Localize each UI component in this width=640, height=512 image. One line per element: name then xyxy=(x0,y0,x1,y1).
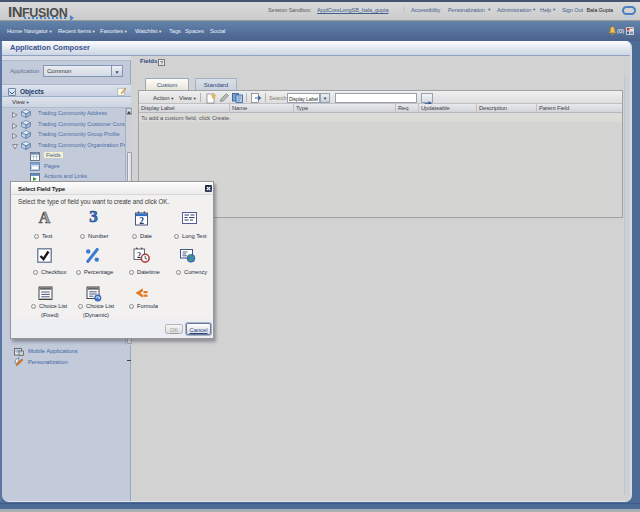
svg-text:2: 2 xyxy=(137,251,141,260)
svg-text:2: 2 xyxy=(139,216,144,226)
